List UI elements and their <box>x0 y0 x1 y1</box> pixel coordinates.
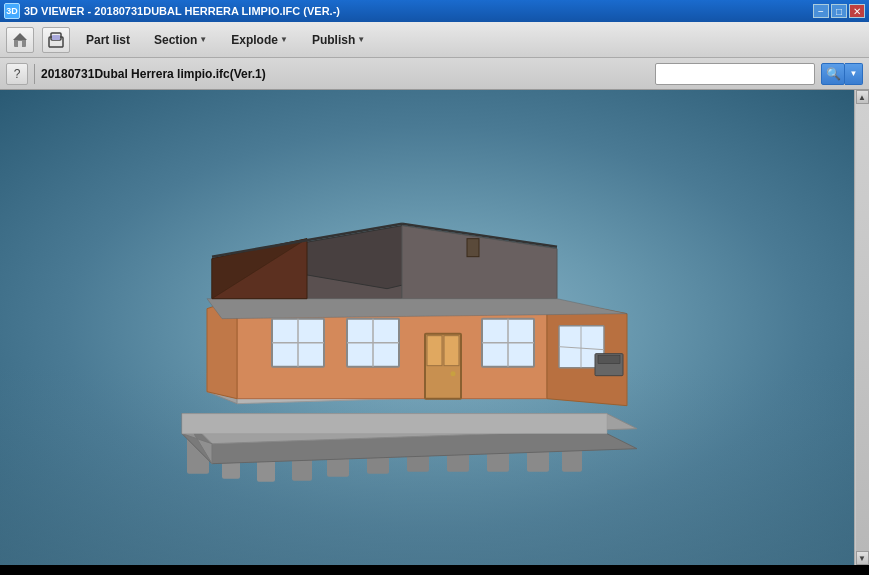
publish-dropdown-arrow: ▼ <box>357 35 365 44</box>
search-dropdown-button[interactable]: ▼ <box>845 63 863 85</box>
part-list-label: Part list <box>86 33 130 47</box>
svg-point-42 <box>450 371 455 376</box>
section-dropdown-arrow: ▼ <box>199 35 207 44</box>
search-input[interactable] <box>655 63 815 85</box>
building-svg <box>127 143 687 523</box>
svg-rect-5 <box>52 35 60 40</box>
3d-viewport[interactable]: ▲ ▼ <box>0 90 869 565</box>
publish-menu[interactable]: Publish ▼ <box>304 30 373 50</box>
home-button[interactable] <box>6 27 34 53</box>
explode-label: Explode <box>231 33 278 47</box>
app-icon: 3D <box>4 3 20 19</box>
back-button[interactable]: ? <box>6 63 28 85</box>
svg-marker-20 <box>182 413 607 433</box>
svg-marker-1 <box>13 33 27 40</box>
search-button[interactable]: 🔍 <box>821 63 845 85</box>
section-menu[interactable]: Section ▼ <box>146 30 215 50</box>
maximize-button[interactable]: □ <box>831 4 847 18</box>
close-button[interactable]: ✕ <box>849 4 865 18</box>
svg-marker-29 <box>402 225 557 298</box>
title-bar-left: 3D 3D VIEWER - 20180731DUBAL HERRERA LIM… <box>4 3 340 19</box>
svg-rect-53 <box>467 238 479 256</box>
section-label: Section <box>154 33 197 47</box>
separator <box>34 64 35 84</box>
scroll-down-arrow[interactable]: ▼ <box>856 551 869 565</box>
3d-view-button[interactable] <box>42 27 70 53</box>
svg-rect-2 <box>18 41 22 47</box>
explode-dropdown-arrow: ▼ <box>280 35 288 44</box>
title-bar-controls: − □ ✕ <box>813 4 865 18</box>
window-title: 3D VIEWER - 20180731DUBAL HERRERA LIMPIO… <box>24 5 340 17</box>
address-bar: ? 20180731Dubal Herrera limpio.ifc(Ver.1… <box>0 58 869 90</box>
publish-label: Publish <box>312 33 355 47</box>
svg-rect-41 <box>444 335 459 365</box>
right-scrollbar[interactable]: ▲ ▼ <box>854 90 869 565</box>
svg-rect-40 <box>427 335 442 365</box>
scroll-up-arrow[interactable]: ▲ <box>856 90 869 104</box>
part-list-menu[interactable]: Part list <box>78 30 138 50</box>
title-bar: 3D 3D VIEWER - 20180731DUBAL HERRERA LIM… <box>0 0 869 22</box>
explode-menu[interactable]: Explode ▼ <box>223 30 296 50</box>
building-model <box>127 143 687 527</box>
breadcrumb: 20180731Dubal Herrera limpio.ifc(Ver.1) <box>41 67 649 81</box>
toolbar: Part list Section ▼ Explode ▼ Publish ▼ <box>0 22 869 58</box>
minimize-button[interactable]: − <box>813 4 829 18</box>
svg-rect-50 <box>598 355 620 363</box>
